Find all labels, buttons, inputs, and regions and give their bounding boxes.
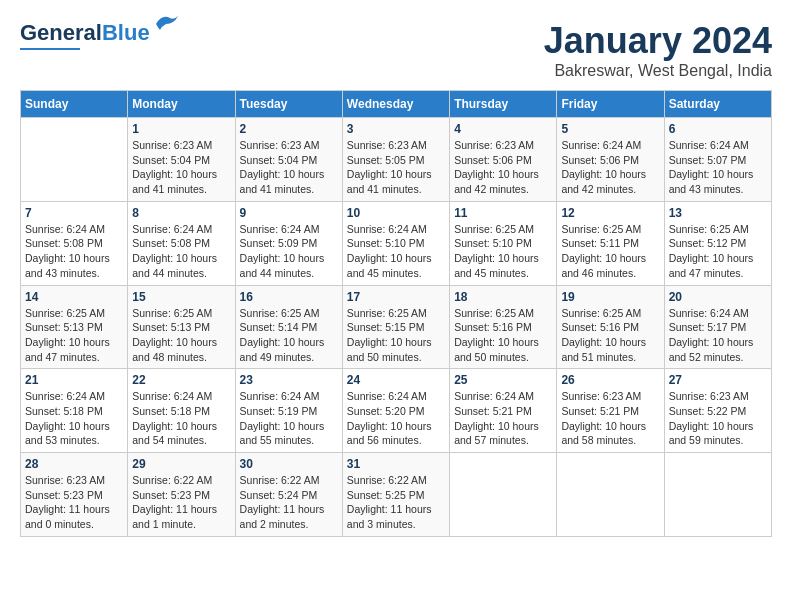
day-number: 2 (240, 122, 338, 136)
calendar-cell: 29Sunrise: 6:22 AMSunset: 5:23 PMDayligh… (128, 453, 235, 537)
day-number: 1 (132, 122, 230, 136)
calendar-cell: 23Sunrise: 6:24 AMSunset: 5:19 PMDayligh… (235, 369, 342, 453)
calendar-cell: 10Sunrise: 6:24 AMSunset: 5:10 PMDayligh… (342, 201, 449, 285)
day-info: Sunrise: 6:25 AMSunset: 5:12 PMDaylight:… (669, 222, 767, 281)
day-info: Sunrise: 6:23 AMSunset: 5:04 PMDaylight:… (240, 138, 338, 197)
calendar-cell: 6Sunrise: 6:24 AMSunset: 5:07 PMDaylight… (664, 118, 771, 202)
day-number: 19 (561, 290, 659, 304)
day-info: Sunrise: 6:23 AMSunset: 5:23 PMDaylight:… (25, 473, 123, 532)
day-number: 13 (669, 206, 767, 220)
calendar-cell: 4Sunrise: 6:23 AMSunset: 5:06 PMDaylight… (450, 118, 557, 202)
calendar-cell: 1Sunrise: 6:23 AMSunset: 5:04 PMDaylight… (128, 118, 235, 202)
logo-bird-icon (152, 12, 180, 32)
day-number: 25 (454, 373, 552, 387)
calendar-week-row: 1Sunrise: 6:23 AMSunset: 5:04 PMDaylight… (21, 118, 772, 202)
day-info: Sunrise: 6:25 AMSunset: 5:16 PMDaylight:… (561, 306, 659, 365)
day-number: 28 (25, 457, 123, 471)
day-info: Sunrise: 6:23 AMSunset: 5:21 PMDaylight:… (561, 389, 659, 448)
day-info: Sunrise: 6:23 AMSunset: 5:22 PMDaylight:… (669, 389, 767, 448)
calendar-cell (450, 453, 557, 537)
day-info: Sunrise: 6:24 AMSunset: 5:06 PMDaylight:… (561, 138, 659, 197)
calendar-cell: 15Sunrise: 6:25 AMSunset: 5:13 PMDayligh… (128, 285, 235, 369)
calendar-cell: 11Sunrise: 6:25 AMSunset: 5:10 PMDayligh… (450, 201, 557, 285)
day-number: 18 (454, 290, 552, 304)
day-info: Sunrise: 6:24 AMSunset: 5:18 PMDaylight:… (25, 389, 123, 448)
logo-underline (20, 48, 80, 50)
day-number: 17 (347, 290, 445, 304)
calendar-cell: 28Sunrise: 6:23 AMSunset: 5:23 PMDayligh… (21, 453, 128, 537)
calendar-cell: 20Sunrise: 6:24 AMSunset: 5:17 PMDayligh… (664, 285, 771, 369)
day-info: Sunrise: 6:25 AMSunset: 5:14 PMDaylight:… (240, 306, 338, 365)
calendar-cell: 19Sunrise: 6:25 AMSunset: 5:16 PMDayligh… (557, 285, 664, 369)
calendar-week-row: 14Sunrise: 6:25 AMSunset: 5:13 PMDayligh… (21, 285, 772, 369)
day-info: Sunrise: 6:22 AMSunset: 5:24 PMDaylight:… (240, 473, 338, 532)
day-info: Sunrise: 6:24 AMSunset: 5:08 PMDaylight:… (132, 222, 230, 281)
day-number: 8 (132, 206, 230, 220)
day-number: 3 (347, 122, 445, 136)
calendar-cell: 14Sunrise: 6:25 AMSunset: 5:13 PMDayligh… (21, 285, 128, 369)
calendar-cell: 5Sunrise: 6:24 AMSunset: 5:06 PMDaylight… (557, 118, 664, 202)
calendar-cell: 22Sunrise: 6:24 AMSunset: 5:18 PMDayligh… (128, 369, 235, 453)
day-info: Sunrise: 6:24 AMSunset: 5:09 PMDaylight:… (240, 222, 338, 281)
weekday-header-friday: Friday (557, 91, 664, 118)
weekday-header-row: SundayMondayTuesdayWednesdayThursdayFrid… (21, 91, 772, 118)
day-info: Sunrise: 6:24 AMSunset: 5:21 PMDaylight:… (454, 389, 552, 448)
day-number: 20 (669, 290, 767, 304)
weekday-header-saturday: Saturday (664, 91, 771, 118)
day-info: Sunrise: 6:22 AMSunset: 5:23 PMDaylight:… (132, 473, 230, 532)
day-number: 29 (132, 457, 230, 471)
calendar-cell: 18Sunrise: 6:25 AMSunset: 5:16 PMDayligh… (450, 285, 557, 369)
calendar-cell: 9Sunrise: 6:24 AMSunset: 5:09 PMDaylight… (235, 201, 342, 285)
page-header: GeneralBlue January 2024 Bakreswar, West… (20, 20, 772, 80)
day-info: Sunrise: 6:24 AMSunset: 5:20 PMDaylight:… (347, 389, 445, 448)
day-number: 24 (347, 373, 445, 387)
day-info: Sunrise: 6:25 AMSunset: 5:10 PMDaylight:… (454, 222, 552, 281)
month-title: January 2024 (544, 20, 772, 62)
day-info: Sunrise: 6:24 AMSunset: 5:08 PMDaylight:… (25, 222, 123, 281)
day-info: Sunrise: 6:25 AMSunset: 5:11 PMDaylight:… (561, 222, 659, 281)
day-number: 6 (669, 122, 767, 136)
calendar-cell: 26Sunrise: 6:23 AMSunset: 5:21 PMDayligh… (557, 369, 664, 453)
calendar-cell: 17Sunrise: 6:25 AMSunset: 5:15 PMDayligh… (342, 285, 449, 369)
day-number: 7 (25, 206, 123, 220)
day-info: Sunrise: 6:24 AMSunset: 5:07 PMDaylight:… (669, 138, 767, 197)
title-block: January 2024 Bakreswar, West Bengal, Ind… (544, 20, 772, 80)
day-number: 31 (347, 457, 445, 471)
day-info: Sunrise: 6:24 AMSunset: 5:17 PMDaylight:… (669, 306, 767, 365)
calendar-cell: 8Sunrise: 6:24 AMSunset: 5:08 PMDaylight… (128, 201, 235, 285)
calendar-cell: 30Sunrise: 6:22 AMSunset: 5:24 PMDayligh… (235, 453, 342, 537)
day-number: 9 (240, 206, 338, 220)
calendar-cell: 16Sunrise: 6:25 AMSunset: 5:14 PMDayligh… (235, 285, 342, 369)
day-info: Sunrise: 6:25 AMSunset: 5:13 PMDaylight:… (25, 306, 123, 365)
day-number: 26 (561, 373, 659, 387)
day-info: Sunrise: 6:23 AMSunset: 5:06 PMDaylight:… (454, 138, 552, 197)
weekday-header-tuesday: Tuesday (235, 91, 342, 118)
calendar-cell: 7Sunrise: 6:24 AMSunset: 5:08 PMDaylight… (21, 201, 128, 285)
calendar-cell: 3Sunrise: 6:23 AMSunset: 5:05 PMDaylight… (342, 118, 449, 202)
weekday-header-wednesday: Wednesday (342, 91, 449, 118)
day-number: 21 (25, 373, 123, 387)
day-number: 27 (669, 373, 767, 387)
day-info: Sunrise: 6:24 AMSunset: 5:18 PMDaylight:… (132, 389, 230, 448)
day-number: 23 (240, 373, 338, 387)
calendar-week-row: 7Sunrise: 6:24 AMSunset: 5:08 PMDaylight… (21, 201, 772, 285)
day-number: 30 (240, 457, 338, 471)
location: Bakreswar, West Bengal, India (544, 62, 772, 80)
calendar-cell: 2Sunrise: 6:23 AMSunset: 5:04 PMDaylight… (235, 118, 342, 202)
day-info: Sunrise: 6:23 AMSunset: 5:05 PMDaylight:… (347, 138, 445, 197)
calendar-week-row: 28Sunrise: 6:23 AMSunset: 5:23 PMDayligh… (21, 453, 772, 537)
day-number: 10 (347, 206, 445, 220)
day-number: 15 (132, 290, 230, 304)
calendar-cell: 31Sunrise: 6:22 AMSunset: 5:25 PMDayligh… (342, 453, 449, 537)
day-number: 11 (454, 206, 552, 220)
day-number: 14 (25, 290, 123, 304)
calendar-cell: 21Sunrise: 6:24 AMSunset: 5:18 PMDayligh… (21, 369, 128, 453)
calendar-cell: 27Sunrise: 6:23 AMSunset: 5:22 PMDayligh… (664, 369, 771, 453)
calendar-week-row: 21Sunrise: 6:24 AMSunset: 5:18 PMDayligh… (21, 369, 772, 453)
calendar-table: SundayMondayTuesdayWednesdayThursdayFrid… (20, 90, 772, 537)
day-number: 5 (561, 122, 659, 136)
day-number: 12 (561, 206, 659, 220)
day-info: Sunrise: 6:24 AMSunset: 5:19 PMDaylight:… (240, 389, 338, 448)
weekday-header-thursday: Thursday (450, 91, 557, 118)
day-info: Sunrise: 6:22 AMSunset: 5:25 PMDaylight:… (347, 473, 445, 532)
